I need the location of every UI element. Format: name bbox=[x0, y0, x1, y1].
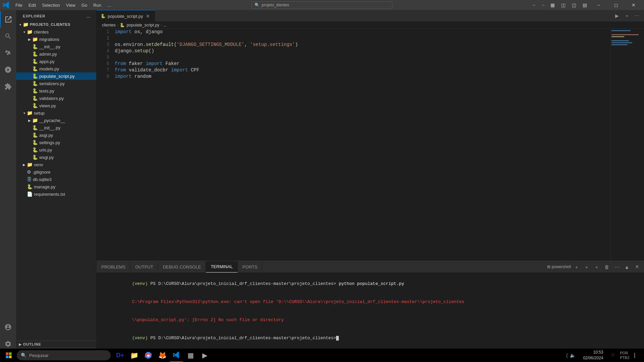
menu-edit[interactable]: Edit bbox=[26, 2, 39, 8]
more-actions-icon[interactable]: ⋯ bbox=[633, 11, 641, 20]
firefox-icon: 🦊 bbox=[158, 351, 167, 359]
taskbar-app-chrome[interactable] bbox=[142, 349, 155, 362]
tree-db-sqlite3[interactable]: ▶ 🗄 db.sqlite3 bbox=[16, 176, 96, 183]
tree-apps-py[interactable]: ▶ 🐍 apps.py bbox=[16, 58, 96, 65]
tree-init-py-2[interactable]: ▶ 🐍 __init__.py bbox=[16, 124, 96, 131]
tab-terminal[interactable]: TERMINAL bbox=[206, 261, 238, 273]
show-desktop-icon[interactable]: | bbox=[634, 352, 642, 358]
terminal-line-1: (venv) PS D:\CURSO\Alura\projeto_inicial… bbox=[101, 275, 640, 293]
terminal-maximize-icon[interactable]: ▲ bbox=[623, 262, 631, 271]
terminal-layout-icon[interactable]: + bbox=[592, 262, 601, 271]
menu-more[interactable]: ... bbox=[105, 2, 114, 8]
activity-account[interactable] bbox=[0, 319, 16, 335]
activity-search[interactable] bbox=[0, 28, 16, 44]
tab-populate-script[interactable]: 🐍 populate_script.py ✕ bbox=[97, 10, 155, 22]
term-cursor bbox=[336, 336, 339, 341]
tree-migrations[interactable]: ▶ 📁 migrations bbox=[16, 36, 96, 43]
tree-tests-py[interactable]: ▶ 🐍 tests.py bbox=[16, 87, 96, 95]
tab-ports[interactable]: PORTS bbox=[238, 261, 263, 273]
code-line-3: os.environ.setdefault('DJANGO_SETTINGS_M… bbox=[115, 42, 609, 48]
restore-button[interactable]: ◻ bbox=[608, 0, 624, 10]
volume-icon[interactable]: 🔈 bbox=[570, 353, 576, 358]
folder-icon: 📁 bbox=[23, 22, 29, 27]
tree-populate-script-py[interactable]: ▶ 🐍 populate_script.py bbox=[16, 72, 96, 80]
code-editor[interactable]: 1 2 3 4 5 6 7 8 import os, django os.env… bbox=[97, 29, 644, 261]
taskbar-app-vscode[interactable] bbox=[170, 349, 183, 362]
run-icon[interactable]: ▶ bbox=[612, 11, 621, 20]
close-button[interactable]: ✕ bbox=[626, 0, 641, 10]
tree-wsgi-py[interactable]: ▶ 🐍 wsgi.py bbox=[16, 154, 96, 161]
outline-header[interactable]: ▶ OUTLINE bbox=[16, 341, 96, 348]
notification-icon[interactable]: ♡ bbox=[608, 350, 618, 360]
migrations-arrow-icon: ▶ bbox=[27, 38, 32, 41]
minimize-button[interactable]: − bbox=[591, 0, 606, 10]
menu-run[interactable]: Run bbox=[91, 2, 104, 8]
breadcrumb-clientes[interactable]: clientes bbox=[102, 23, 116, 27]
tab-problems[interactable]: PROBLEMS bbox=[97, 261, 130, 273]
title-search-bar[interactable]: 🔍 projeto_dientes bbox=[252, 1, 392, 9]
split-icon[interactable]: ◫ bbox=[559, 1, 568, 9]
layout3-icon[interactable]: ▤ bbox=[580, 1, 589, 9]
tree-venv-folder[interactable]: ▶ 📁 venv bbox=[16, 161, 96, 168]
new-terminal-icon[interactable]: + bbox=[572, 262, 581, 271]
menu-file[interactable]: File bbox=[13, 2, 25, 8]
menu-selection[interactable]: Selection bbox=[39, 2, 62, 8]
activity-run-debug[interactable] bbox=[0, 62, 16, 78]
tree-manage-py[interactable]: ▶ 🐍 manage.py bbox=[16, 183, 96, 190]
activity-extensions[interactable] bbox=[0, 78, 16, 95]
gitignore-label: .gitignore bbox=[33, 170, 96, 175]
taskbar-app-firefox[interactable]: 🦊 bbox=[156, 349, 169, 362]
breadcrumb-more[interactable]: ... bbox=[163, 23, 167, 27]
tree-clientes-folder[interactable]: ▾ 📁 clientes bbox=[16, 28, 96, 36]
tree-setup-folder[interactable]: ▾ 📁 setup bbox=[16, 109, 96, 117]
back-button[interactable]: ← bbox=[531, 1, 538, 9]
explorer-more-icon[interactable]: ... bbox=[85, 13, 92, 19]
activity-explorer[interactable] bbox=[0, 11, 16, 27]
tree-models-py[interactable]: ▶ 🐍 models.py bbox=[16, 65, 96, 72]
terminal-close-icon[interactable]: ✕ bbox=[633, 262, 641, 271]
taskbar-app-terminal[interactable]: ▶ bbox=[198, 349, 211, 362]
terminal-split-icon[interactable]: + bbox=[582, 262, 591, 271]
network-icon[interactable]: 〈 bbox=[566, 353, 568, 358]
menu-go[interactable]: Go bbox=[79, 2, 90, 8]
tab-close-icon[interactable]: ✕ bbox=[145, 13, 151, 19]
code-line-8: import random bbox=[115, 73, 609, 80]
tree-init-py-1[interactable]: ▶ 🐍 __init__.py bbox=[16, 43, 96, 50]
taskbar-app-explorer[interactable]: 📁 bbox=[127, 349, 141, 362]
tree-views-py[interactable]: ▶ 🐍 views.py bbox=[16, 102, 96, 109]
tree-pycache[interactable]: ▶ 📁 __pycache__ bbox=[16, 117, 96, 124]
tree-serializers-py[interactable]: ▶ 🐍 serializers.py bbox=[16, 80, 96, 87]
start-button[interactable] bbox=[2, 349, 15, 362]
shell-name: powershell bbox=[552, 264, 571, 269]
models-file-icon: 🐍 bbox=[32, 66, 38, 71]
settings-file-icon: 🐍 bbox=[32, 140, 38, 145]
tree-validators-py[interactable]: ▶ 🐍 validators.py bbox=[16, 95, 96, 102]
menu-view[interactable]: View bbox=[63, 2, 78, 8]
taskbar-search[interactable]: 🔍 Pesquisar bbox=[17, 350, 111, 360]
taskbar-apps: D+ 📁 🦊 ▦ ▶ bbox=[113, 349, 211, 362]
tree-urls-py[interactable]: ▶ 🐍 urls.py bbox=[16, 146, 96, 154]
terminal-trash-icon[interactable]: 🗑 bbox=[602, 262, 611, 271]
layout2-icon[interactable]: ◫ bbox=[570, 1, 578, 9]
terminal-more-icon[interactable]: ⋯ bbox=[612, 262, 621, 271]
forward-button[interactable]: → bbox=[539, 1, 547, 9]
tree-requirements-txt[interactable]: ▶ 📄 requirements.txt bbox=[16, 190, 96, 198]
tab-debug-console[interactable]: DEBUG CONSOLE bbox=[158, 261, 206, 273]
activity-source-control[interactable] bbox=[0, 45, 16, 61]
layout-icon[interactable]: ▦ bbox=[548, 1, 557, 9]
tree-settings-py[interactable]: ▶ 🐍 settings.py bbox=[16, 139, 96, 146]
terminal-body[interactable]: (venv) PS D:\CURSO\Alura\projeto_inicial… bbox=[97, 273, 644, 355]
breadcrumb-file[interactable]: populate_script.py bbox=[127, 23, 159, 27]
project-root[interactable]: ▾ 📁 PROJETO_CLIENTES bbox=[16, 21, 96, 28]
tree-gitignore[interactable]: ▶ ⚙ .gitignore bbox=[16, 168, 96, 176]
tree-asgi-py[interactable]: ▶ 🐍 asgi.py bbox=[16, 131, 96, 139]
tree-admin-py[interactable]: ▶ 🐍 admin.py bbox=[16, 50, 96, 58]
taskbar-app-barcode[interactable]: ▦ bbox=[184, 349, 197, 362]
taskbar-app-disney[interactable]: D+ bbox=[113, 349, 127, 362]
code-content[interactable]: import os, django os.environ.setdefault(… bbox=[113, 29, 610, 261]
split-editor-icon[interactable]: + bbox=[623, 11, 631, 20]
language-selector[interactable]: POR PTB2 bbox=[620, 351, 632, 360]
tab-output[interactable]: OUTPUT bbox=[130, 261, 158, 273]
taskbar-clock[interactable]: 10:53 02/06/2024 bbox=[580, 350, 606, 361]
tab-bar: 🐍 populate_script.py ✕ ▶ + ⋯ bbox=[97, 10, 644, 22]
